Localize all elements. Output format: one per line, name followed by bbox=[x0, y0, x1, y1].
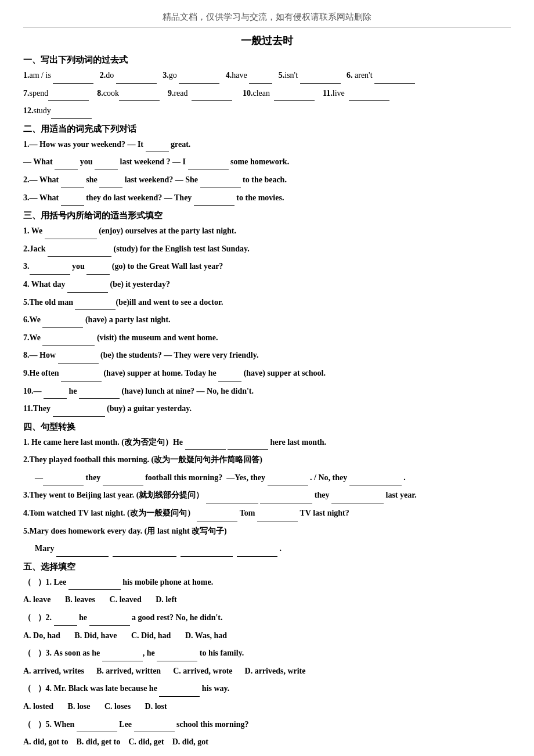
s1-row2: 7.spend 8.cook 9.read 10.clean 11.live bbox=[23, 86, 511, 102]
s5-q2-options: A. Do, had B. Did, have C. Did, had D. W… bbox=[23, 628, 511, 644]
blank-1[interactable] bbox=[53, 74, 93, 84]
blank-s3-5[interactable] bbox=[75, 301, 116, 310]
blank-s3-9a[interactable] bbox=[61, 372, 102, 381]
blank-s2-1b[interactable] bbox=[55, 161, 78, 170]
blank-s4-2d[interactable] bbox=[349, 476, 402, 485]
s5-q1-stem: （ ）1. Lee his mobile phone at home. bbox=[23, 575, 511, 591]
blank-s4-4a[interactable] bbox=[197, 512, 237, 521]
blank-s5-5a[interactable] bbox=[77, 723, 117, 732]
blank-s5-5b[interactable] bbox=[134, 723, 175, 732]
blank-11[interactable] bbox=[349, 92, 389, 101]
blank-s4-3c[interactable] bbox=[331, 494, 384, 503]
s5-q5-stem: （ ）5. When Lee school this morning? bbox=[23, 717, 511, 733]
blank-s4-3a[interactable] bbox=[206, 494, 258, 503]
s5-q2-stem: （ ）2. he a good rest? No, he didn't. bbox=[23, 610, 511, 626]
s5-q3-options: A. arrived, writes B. arrived, written C… bbox=[23, 664, 511, 679]
blank-s3-10b[interactable] bbox=[79, 390, 120, 399]
blank-s2-2a[interactable] bbox=[61, 179, 84, 188]
blank-4[interactable] bbox=[249, 74, 272, 84]
blank-s5-3b[interactable] bbox=[157, 652, 197, 661]
blank-s4-2a[interactable] bbox=[43, 476, 84, 485]
s5-q3-stem: （ ）3. As soon as he , he to his family. bbox=[23, 646, 511, 661]
section3-title: 三、用括号内所给词的适当形式填空 bbox=[23, 210, 511, 221]
s3-q7: 7.We (visit) the museum and went home. bbox=[23, 330, 511, 346]
blank-s4-5b[interactable] bbox=[113, 548, 176, 557]
blank-7[interactable] bbox=[48, 92, 89, 101]
s1-row1: 1.am / is 2.do 3.go 4.have 5.isn't 6. ar… bbox=[23, 68, 511, 84]
s3-q4: 4. What day (be) it yesterday? bbox=[23, 277, 511, 293]
blank-s5-1[interactable] bbox=[68, 581, 121, 590]
blank-s2-3a[interactable] bbox=[61, 196, 84, 206]
blank-s3-9b[interactable] bbox=[218, 372, 241, 381]
blank-s2-1c[interactable] bbox=[95, 161, 118, 170]
blank-s5-2b[interactable] bbox=[89, 617, 130, 626]
blank-s3-10a[interactable] bbox=[44, 390, 67, 399]
s3-q1: 1. We (enjoy) ourselves at the party las… bbox=[23, 224, 511, 239]
s5-q5-options: A. did, got to B. did, get to C. did, ge… bbox=[23, 735, 511, 750]
blank-s4-5c[interactable] bbox=[181, 548, 233, 557]
s2-q1b: — What you last weekend ? — I some homew… bbox=[23, 154, 511, 170]
blank-s3-8[interactable] bbox=[58, 354, 99, 363]
blank-s3-11[interactable] bbox=[53, 408, 105, 417]
s5-q6-stem: （ ）6. Will you please say it again? I qu… bbox=[23, 753, 511, 756]
blank-2[interactable] bbox=[116, 74, 157, 84]
blank-s4-2b[interactable] bbox=[103, 476, 143, 485]
blank-8[interactable] bbox=[119, 92, 160, 101]
s2-q2: 2.— What she last weekend? — She to the … bbox=[23, 172, 511, 188]
s4-q2-answer: — they football this morning? —Yes, they… bbox=[35, 470, 511, 486]
blank-s5-4[interactable] bbox=[159, 687, 200, 697]
blank-s5-3a[interactable] bbox=[102, 652, 143, 661]
blank-s3-6[interactable] bbox=[42, 319, 83, 328]
blank-s3-3b[interactable] bbox=[86, 265, 110, 275]
s5-q4-options: A. losted B. lose C. loses D. lost bbox=[23, 699, 511, 715]
blank-6[interactable] bbox=[374, 74, 415, 84]
section1-title: 一、写出下列动词的过去式 bbox=[23, 55, 511, 66]
s3-q6: 6.We (have) a party last night. bbox=[23, 312, 511, 328]
blank-s3-1[interactable] bbox=[45, 230, 97, 239]
s4-q1-label: 1. He came here last month. (改为否定句）He he… bbox=[23, 435, 511, 451]
blank-3[interactable] bbox=[179, 74, 219, 84]
s4-q4: 4.Tom watched TV last night. (改为一般疑问句） T… bbox=[23, 506, 511, 521]
blank-9[interactable] bbox=[192, 92, 232, 101]
blank-s4-3b[interactable] bbox=[260, 494, 312, 503]
s2-q1a: 1.— How was your weekend? — It great. bbox=[23, 137, 511, 153]
blank-s2-1a[interactable] bbox=[146, 143, 169, 152]
blank-s2-2b[interactable] bbox=[99, 179, 122, 188]
section2-title: 二、用适当的词完成下列对话 bbox=[23, 124, 511, 135]
s5-q4-stem: （ ）4. Mr. Black was late because he his … bbox=[23, 681, 511, 697]
s4-q5-label: 5.Mary does homework every day. (用 last … bbox=[23, 524, 511, 539]
s2-q3: 3.— What they do last weekend? — They to… bbox=[23, 190, 511, 206]
page-title: 一般过去时 bbox=[23, 34, 511, 48]
blank-s4-5d[interactable] bbox=[237, 548, 277, 557]
blank-s2-1d[interactable] bbox=[188, 161, 229, 170]
blank-s4-1b[interactable] bbox=[228, 441, 268, 450]
blank-s3-3a[interactable] bbox=[30, 265, 70, 275]
s3-q11: 11.They (buy) a guitar yesterday. bbox=[23, 401, 511, 417]
blank-12[interactable] bbox=[51, 110, 92, 119]
s4-q2-label: 2.They played football this morning. (改为… bbox=[23, 452, 511, 468]
blank-s3-2[interactable] bbox=[48, 247, 111, 257]
blank-s4-4b[interactable] bbox=[257, 512, 298, 521]
section5-title: 五、选择填空 bbox=[23, 561, 511, 573]
blank-s3-7[interactable] bbox=[42, 336, 95, 345]
blank-s2-2c[interactable] bbox=[200, 179, 241, 188]
blank-s5-2a[interactable] bbox=[54, 617, 77, 626]
watermark: 精品文档，仅供学习与交流，如有侵权请联系网站删除 bbox=[23, 12, 511, 28]
s3-q10: 10.— he (have) lunch at nine? — No, he d… bbox=[23, 384, 511, 399]
blank-5[interactable] bbox=[300, 74, 341, 84]
s3-q3: 3. you (go) to the Great Wall last year? bbox=[23, 259, 511, 275]
blank-s4-2c[interactable] bbox=[268, 476, 308, 485]
s3-q9: 9.He often (have) supper at home. Today … bbox=[23, 366, 511, 381]
blank-s3-4[interactable] bbox=[67, 283, 108, 293]
blank-s4-5a[interactable] bbox=[56, 548, 109, 557]
s3-q8: 8.— How (be) the students? — They were v… bbox=[23, 348, 511, 363]
s4-q3: 3.They went to Beijing last year. (就划线部分… bbox=[23, 488, 511, 503]
blank-s2-3b[interactable] bbox=[194, 196, 234, 206]
blank-10[interactable] bbox=[274, 92, 315, 101]
s4-q5-answer: Mary . bbox=[35, 541, 511, 557]
s3-q5: 5.The old man (be)ill and went to see a … bbox=[23, 295, 511, 311]
blank-s4-1a[interactable] bbox=[185, 441, 226, 450]
section4-title: 四、句型转换 bbox=[23, 422, 511, 433]
s5-q1-options: A. leave B. leaves C. leaved D. left bbox=[23, 592, 511, 608]
s3-q2: 2.Jack (study) for the English test last… bbox=[23, 242, 511, 257]
